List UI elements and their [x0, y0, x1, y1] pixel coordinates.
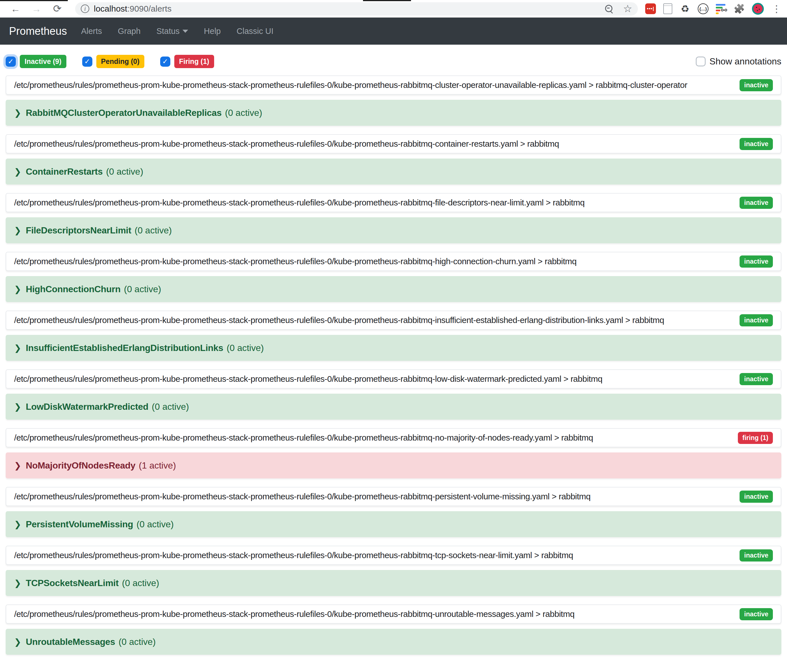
tabstrip-remnant: [363, 0, 411, 1]
alert-name: RabbitMQClusterOperatorUnavailableReplic…: [26, 108, 221, 118]
rule-file-path: /etc/prometheus/rules/prometheus-prom-ku…: [14, 374, 734, 384]
prometheus-navbar: Prometheus Alerts Graph Status Help Clas…: [0, 17, 787, 45]
rule-file-row: /etc/prometheus/rules/prometheus-prom-ku…: [6, 604, 781, 624]
firing-checkbox[interactable]: [160, 57, 170, 67]
pending-checkbox[interactable]: [82, 57, 92, 67]
nav-item-classic-ui[interactable]: Classic UI: [237, 27, 274, 36]
chevron-right-icon: [14, 461, 21, 471]
url-bar[interactable]: localhost:9090/alerts: [75, 2, 638, 16]
rule-file-row: /etc/prometheus/rules/prometheus-prom-ku…: [6, 134, 781, 153]
pending-filter-badge[interactable]: Pending (0): [96, 55, 144, 68]
extension-row: [645, 3, 782, 15]
inactive-filter-badge[interactable]: Inactive (9): [20, 55, 66, 68]
state-badge: inactive: [740, 373, 773, 385]
rule-file-path: /etc/prometheus/rules/prometheus-prom-ku…: [14, 609, 734, 619]
show-annotations-label: Show annotations: [710, 56, 781, 67]
rule-file-row: /etc/prometheus/rules/prometheus-prom-ku…: [6, 252, 781, 271]
chevron-right-icon: [14, 226, 21, 236]
json-braces-extension-icon[interactable]: [698, 3, 708, 14]
nav-item-help[interactable]: Help: [204, 27, 221, 36]
alert-active-count: (0 active): [152, 402, 189, 412]
alert-name: NoMajorityOfNodesReady: [26, 460, 135, 471]
state-badge: inactive: [740, 79, 773, 91]
chevron-right-icon: [14, 578, 21, 588]
rule-file-row: /etc/prometheus/rules/prometheus-prom-ku…: [6, 369, 781, 389]
rule-file-path: /etc/prometheus/rules/prometheus-prom-ku…: [14, 315, 734, 325]
alert-group-row[interactable]: PersistentVolumeMissing (0 active): [6, 511, 781, 537]
alert-active-count: (0 active): [135, 225, 172, 236]
alert-group-row[interactable]: InsufficientEstablishedErlangDistributio…: [6, 335, 781, 361]
state-badge: firing (1): [738, 432, 773, 444]
brand-link[interactable]: Prometheus: [9, 25, 67, 37]
show-annotations-control[interactable]: Show annotations: [696, 56, 781, 67]
filter-pending[interactable]: Pending (0): [82, 55, 144, 68]
alert-group-row[interactable]: HighConnectionChurn (0 active): [6, 276, 781, 302]
show-annotations-checkbox[interactable]: [696, 57, 706, 66]
tabstrip-remnant: [0, 0, 68, 1]
alert-group-row[interactable]: RabbitMQClusterOperatorUnavailableReplic…: [6, 100, 781, 126]
alert-group-row[interactable]: FileDescriptorsNearLimit (0 active): [6, 217, 781, 243]
state-badge: inactive: [740, 197, 773, 209]
chevron-right-icon: [14, 167, 21, 177]
rule-file-path: /etc/prometheus/rules/prometheus-prom-ku…: [14, 80, 734, 90]
filter-bar: Inactive (9) Pending (0) Firing (1) Show…: [6, 55, 781, 68]
state-badge: inactive: [740, 549, 773, 561]
alert-group-row[interactable]: ContainerRestarts (0 active): [6, 158, 781, 185]
state-badge: inactive: [740, 255, 773, 267]
rule-file-row: /etc/prometheus/rules/prometheus-prom-ku…: [6, 487, 781, 506]
browser-reload-icon[interactable]: [51, 2, 64, 15]
site-info-icon[interactable]: [81, 5, 89, 13]
profile-avatar[interactable]: [752, 3, 764, 15]
nav-links: Alerts Graph Status Help Classic UI: [81, 27, 273, 36]
alert-group-row[interactable]: LowDiskWatermarkPredicted (0 active): [6, 394, 781, 420]
rule-file-path: /etc/prometheus/rules/prometheus-prom-ku…: [14, 433, 732, 443]
alert-active-count: (0 active): [225, 108, 262, 118]
alert-active-count: (0 active): [136, 519, 174, 530]
lastpass-extension-icon[interactable]: [645, 3, 656, 14]
nav-item-status-dropdown[interactable]: Status: [156, 27, 188, 36]
rule-file-row: /etc/prometheus/rules/prometheus-prom-ku…: [6, 76, 781, 95]
alert-active-count: (0 active): [124, 284, 161, 294]
chevron-right-icon: [14, 284, 21, 294]
tag-assistant-extension-icon[interactable]: [716, 3, 727, 14]
nav-item-alerts[interactable]: Alerts: [81, 27, 102, 36]
rule-file-path: /etc/prometheus/rules/prometheus-prom-ku…: [14, 492, 734, 501]
alerts-page: Inactive (9) Pending (0) Firing (1) Show…: [0, 55, 787, 655]
alert-group-row[interactable]: NoMajorityOfNodesReady (1 active): [6, 452, 781, 478]
alert-groups: /etc/prometheus/rules/prometheus-prom-ku…: [6, 76, 781, 655]
browser-menu-icon[interactable]: [771, 3, 782, 14]
browser-back-icon[interactable]: [9, 2, 22, 15]
alert-name: ContainerRestarts: [26, 166, 103, 177]
recycle-extension-icon[interactable]: [680, 3, 691, 14]
alert-name: UnroutableMessages: [26, 637, 115, 647]
filter-firing[interactable]: Firing (1): [160, 55, 214, 68]
alert-active-count: (0 active): [122, 578, 159, 588]
nav-item-graph[interactable]: Graph: [118, 27, 141, 36]
alert-name: InsufficientEstablishedErlangDistributio…: [26, 343, 223, 353]
browser-forward-icon[interactable]: [30, 2, 43, 15]
firing-filter-badge[interactable]: Firing (1): [174, 55, 214, 68]
zoom-out-icon[interactable]: [605, 4, 613, 13]
chevron-right-icon: [14, 343, 21, 353]
rule-file-path: /etc/prometheus/rules/prometheus-prom-ku…: [14, 550, 734, 560]
rule-file-row: /etc/prometheus/rules/prometheus-prom-ku…: [6, 546, 781, 565]
filter-inactive[interactable]: Inactive (9): [6, 55, 66, 68]
chevron-right-icon: [14, 402, 21, 412]
alert-name: PersistentVolumeMissing: [26, 519, 133, 530]
caret-down-icon: [182, 30, 188, 33]
alert-group-row[interactable]: UnroutableMessages (0 active): [6, 629, 781, 655]
alert-group-row[interactable]: TCPSocketsNearLimit (0 active): [6, 570, 781, 596]
alert-name: TCPSocketsNearLimit: [26, 578, 119, 588]
state-badge: inactive: [740, 314, 773, 326]
extensions-puzzle-icon[interactable]: [734, 3, 744, 14]
url-text[interactable]: localhost:9090/alerts: [94, 4, 171, 14]
page-extension-icon[interactable]: [663, 3, 672, 14]
bookmark-star-icon[interactable]: [623, 3, 632, 15]
rule-file-path: /etc/prometheus/rules/prometheus-prom-ku…: [14, 139, 734, 149]
rule-file-path: /etc/prometheus/rules/prometheus-prom-ku…: [14, 198, 734, 207]
alert-name: LowDiskWatermarkPredicted: [26, 402, 148, 412]
rule-file-path: /etc/prometheus/rules/prometheus-prom-ku…: [14, 256, 734, 266]
alert-active-count: (0 active): [106, 166, 143, 177]
inactive-checkbox[interactable]: [6, 57, 16, 67]
alert-active-count: (1 active): [139, 460, 176, 471]
